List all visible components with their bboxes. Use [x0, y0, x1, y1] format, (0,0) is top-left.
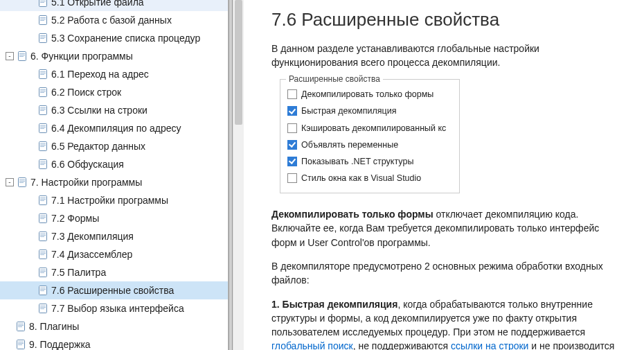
tree-item[interactable]: 7.1 Настройки программы	[0, 191, 228, 209]
para-modes: В декомпиляторе предусмотрено 2 основных…	[271, 259, 623, 288]
svg-rect-39	[40, 164, 44, 165]
tree-item-label: 7.4 Дизассемблер	[51, 249, 132, 260]
content-panel: 7.6 Расширенные свойства В данном раздел…	[244, 0, 644, 350]
content-scrollbar[interactable]	[233, 0, 244, 350]
svg-rect-57	[40, 252, 46, 252]
tree-item[interactable]: 7.2 Формы	[0, 209, 228, 227]
svg-rect-14	[19, 55, 25, 55]
svg-rect-19	[40, 74, 44, 75]
checkbox-row[interactable]: Показывать .NET структуры	[287, 155, 452, 168]
checkbox-label: Кэшировать декомпилированный кс	[301, 122, 446, 134]
svg-rect-6	[40, 19, 46, 19]
svg-rect-46	[40, 199, 46, 200]
svg-rect-79	[18, 344, 22, 345]
svg-rect-50	[40, 217, 46, 218]
svg-rect-22	[40, 91, 46, 91]
bold-decompile-forms: Декомпилировать только формы	[271, 209, 433, 220]
tree-item[interactable]: 8. Плагины	[0, 317, 228, 335]
tree-item-label: 7.1 Настройки программы	[51, 195, 168, 206]
svg-rect-54	[40, 235, 46, 236]
checkbox-row[interactable]: Стиль окна как в Visual Studio	[287, 172, 452, 184]
checkbox[interactable]	[287, 173, 297, 183]
scrollbar-thumb[interactable]	[235, 0, 242, 125]
svg-rect-5	[40, 17, 46, 18]
checkbox[interactable]	[287, 157, 297, 166]
tree-item[interactable]: -6. Функции программы	[0, 47, 228, 65]
svg-rect-43	[19, 182, 24, 183]
svg-rect-71	[40, 308, 44, 309]
svg-rect-18	[40, 73, 46, 73]
checkbox[interactable]	[287, 89, 297, 99]
tree-item-label: 5.1 Открытие файла	[51, 0, 144, 8]
tree-item[interactable]: 6.2 Поиск строк	[0, 83, 228, 101]
svg-rect-10	[40, 37, 46, 37]
tree-item-label: 8. Плагины	[29, 321, 79, 332]
tree-item[interactable]: 6.6 Обфускация	[0, 155, 228, 173]
tree-item[interactable]: 6.1 Переход на адрес	[0, 65, 228, 83]
svg-rect-73	[18, 324, 24, 324]
svg-rect-78	[18, 343, 24, 344]
svg-rect-11	[40, 38, 44, 39]
svg-rect-29	[40, 125, 46, 126]
svg-rect-21	[40, 89, 46, 90]
tree-item[interactable]: 7.6 Расширенные свойства	[0, 281, 228, 299]
svg-rect-51	[40, 218, 44, 219]
settings-groupbox: Расширенные свойства Декомпилировать тол…	[280, 79, 460, 193]
svg-rect-9	[40, 35, 46, 36]
svg-rect-45	[40, 198, 46, 198]
checkbox[interactable]	[287, 106, 297, 116]
tree-item-label: 6.1 Переход на адрес	[51, 69, 149, 80]
checkbox-row[interactable]: Быстрая декомпиляция	[287, 105, 452, 117]
svg-rect-23	[40, 92, 44, 93]
tree-item[interactable]: 5.2 Работа с базой данных	[0, 11, 228, 29]
svg-rect-77	[18, 342, 24, 342]
svg-rect-25	[40, 107, 46, 108]
tree-item[interactable]: 7.4 Дизассемблер	[0, 245, 228, 263]
tree-item-label: 6.6 Обфускация	[51, 159, 124, 170]
checkbox-row[interactable]: Объявлять переменные	[287, 139, 452, 151]
tree-item[interactable]: 6.3 Ссылки на строки	[0, 101, 228, 119]
svg-rect-26	[40, 109, 46, 110]
svg-rect-17	[40, 71, 46, 72]
tree-item[interactable]: 7.3 Декомпиляция	[0, 227, 228, 245]
tree-item[interactable]: 7.5 Палитра	[0, 263, 228, 281]
para-fast-decomp: 1. Быстрая декомпиляция, когда обрабатыв…	[271, 297, 623, 350]
checkbox[interactable]	[287, 140, 297, 150]
svg-rect-63	[40, 272, 44, 273]
groupbox-title: Расширенные свойства	[286, 73, 383, 85]
svg-rect-15	[19, 56, 24, 57]
collapse-icon[interactable]: -	[6, 52, 14, 60]
svg-rect-49	[40, 216, 46, 216]
collapse-icon[interactable]: -	[6, 178, 14, 186]
checkbox-label: Быстрая декомпиляция	[301, 105, 396, 117]
tree-item[interactable]: 7.7 Выбор языка интерфейса	[0, 299, 228, 317]
svg-rect-74	[18, 325, 24, 326]
checkbox-row[interactable]: Декомпилировать только формы	[287, 88, 452, 100]
link-string-refs[interactable]: ссылки на строки	[451, 340, 528, 350]
svg-rect-31	[40, 128, 44, 129]
tree-item[interactable]: 5.3 Сохранение списка процедур	[0, 29, 228, 47]
svg-rect-69	[40, 306, 46, 306]
tree-item[interactable]: 9. Поддержка	[0, 335, 228, 350]
svg-rect-42	[19, 181, 25, 182]
tree-item-label: 5.2 Работа с базой данных	[51, 15, 172, 26]
para-decompile-forms: Декомпилировать только формы отключает д…	[271, 207, 623, 250]
svg-rect-70	[40, 307, 46, 308]
checkbox-label: Показывать .NET структуры	[301, 155, 413, 168]
tree-item-label: 7.5 Палитра	[51, 267, 106, 278]
checkbox-row[interactable]: Кэшировать декомпилированный кс	[287, 122, 452, 134]
link-global-search[interactable]: глобальный поиск	[271, 340, 353, 350]
tree-item-label: 6.4 Декомпиляция по адресу	[51, 123, 181, 134]
tree-item[interactable]: 5.1 Открытие файла	[0, 0, 228, 11]
tree-item[interactable]: 6.4 Декомпиляция по адресу	[0, 119, 228, 137]
tree-item[interactable]: 6.5 Редактор данных	[0, 137, 228, 155]
svg-rect-13	[19, 53, 25, 54]
page-title: 7.6 Расширенные свойства	[271, 7, 623, 33]
svg-rect-55	[40, 236, 44, 237]
tree-item-label: 7. Настройки программы	[30, 177, 142, 188]
tree-item[interactable]: -7. Настройки программы	[0, 173, 228, 191]
svg-rect-47	[40, 200, 44, 201]
svg-rect-66	[40, 289, 46, 290]
svg-rect-35	[40, 146, 44, 147]
checkbox[interactable]	[287, 123, 297, 133]
